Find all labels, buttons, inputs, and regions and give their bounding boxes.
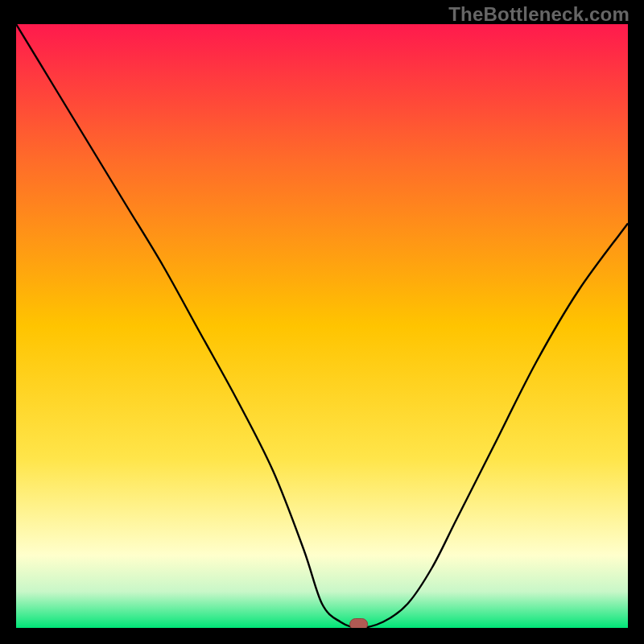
watermark-text: TheBottleneck.com xyxy=(448,3,630,26)
bottleneck-chart xyxy=(16,24,628,628)
chart-frame: TheBottleneck.com xyxy=(0,0,644,644)
optimal-point-marker xyxy=(350,619,368,629)
gradient-background xyxy=(16,24,628,628)
plot-area xyxy=(16,24,628,628)
